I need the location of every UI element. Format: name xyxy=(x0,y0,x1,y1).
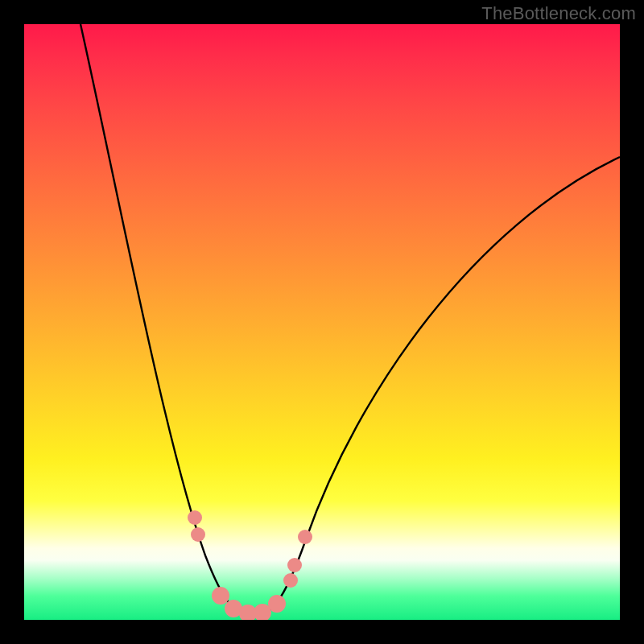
chart-frame: TheBottleneck.com xyxy=(0,0,644,644)
curve-layer xyxy=(24,24,620,620)
data-marker xyxy=(191,527,205,542)
data-marker xyxy=(287,558,302,572)
bottleneck-curve xyxy=(80,24,620,616)
plot-area xyxy=(24,24,620,620)
data-marker xyxy=(188,510,202,525)
data-marker xyxy=(298,530,312,544)
watermark-text: TheBottleneck.com xyxy=(481,3,636,24)
data-marker xyxy=(283,573,298,588)
data-marker xyxy=(268,595,286,613)
data-marker xyxy=(212,587,229,605)
